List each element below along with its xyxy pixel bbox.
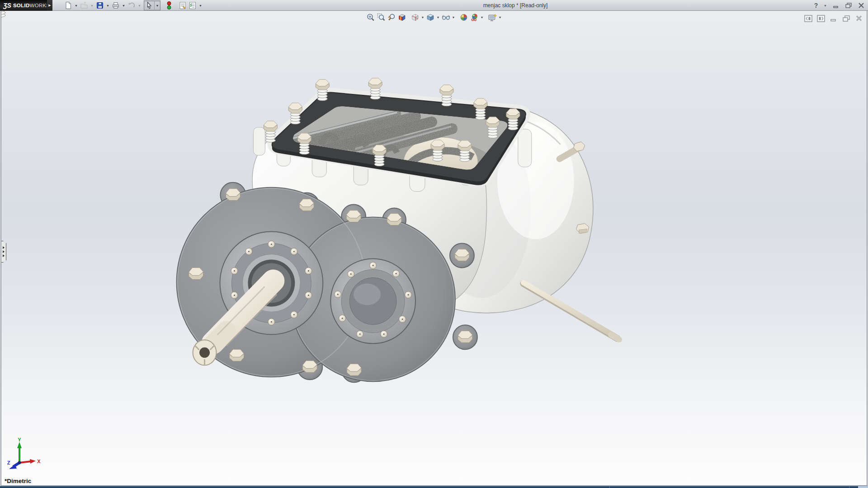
status-bar xyxy=(0,486,868,488)
3ds-logo-glyph: ƷS xyxy=(3,2,11,9)
display-style-button[interactable] xyxy=(425,12,436,23)
doc-close-button[interactable] xyxy=(854,14,863,22)
display-style-icon xyxy=(426,13,435,22)
print-button[interactable] xyxy=(111,0,121,10)
document-title: menjac sklop * [Read-only] xyxy=(470,0,561,11)
pane-left-button[interactable] xyxy=(804,14,812,22)
solidworks-logo: ƷSSOLIDWORKS xyxy=(0,0,47,11)
new-document-dropdown[interactable]: ▼ xyxy=(73,0,79,10)
reference-triad: Y X Z xyxy=(3,437,41,473)
expand-arrow-icon xyxy=(3,254,5,257)
save-button[interactable] xyxy=(95,0,105,10)
zoom-to-fit-button[interactable] xyxy=(366,12,376,23)
new-document-button[interactable] xyxy=(63,0,73,10)
select-cursor-dropdown[interactable]: ▼ xyxy=(154,0,160,10)
undo-icon xyxy=(127,1,136,9)
hide-show-items-icon xyxy=(441,13,450,22)
headsup-view-toolbar: ▼ ▼ ▼ xyxy=(366,12,503,23)
traffic-light-button[interactable] xyxy=(164,0,174,10)
zoom-to-fit-icon xyxy=(367,13,375,22)
close-button[interactable] xyxy=(856,1,866,9)
select-cursor-icon xyxy=(145,1,153,9)
doc-restore-button[interactable] xyxy=(842,14,850,22)
minimize-icon xyxy=(833,2,839,9)
checklist-dropdown[interactable]: ▼ xyxy=(198,0,203,10)
section-view-icon xyxy=(398,13,406,22)
section-view-button[interactable] xyxy=(397,12,407,23)
print-icon xyxy=(112,1,120,9)
edit-appearance-icon xyxy=(460,13,468,22)
checklist-icon xyxy=(189,1,197,9)
main-toolbar: ▼ ▼ ▼ ▼ xyxy=(63,0,203,11)
open-document-icon xyxy=(80,1,88,9)
checklist-button[interactable] xyxy=(188,0,198,10)
view-settings-dropdown[interactable]: ▼ xyxy=(498,12,503,23)
status-separator xyxy=(849,486,849,488)
help-button[interactable]: ? xyxy=(811,1,821,9)
viewport-3d[interactable]: ▼ ▼ ▼ xyxy=(1,11,867,486)
menu-expander-button[interactable]: ▶ xyxy=(47,0,52,11)
restore-button[interactable] xyxy=(844,1,854,9)
open-document-dropdown: ▼ xyxy=(89,0,95,10)
doc-minimize-button[interactable] xyxy=(829,14,838,22)
view-orientation-icon xyxy=(411,13,420,22)
expand-arrow-icon xyxy=(3,250,5,253)
zoom-to-area-icon xyxy=(377,13,386,22)
apply-scene-button[interactable] xyxy=(469,12,480,23)
help-dropdown[interactable]: ▼ xyxy=(824,4,828,7)
save-icon xyxy=(96,1,104,9)
undo-dropdown: ▼ xyxy=(137,0,142,10)
hide-show-items-dropdown[interactable]: ▼ xyxy=(451,12,456,23)
apply-scene-dropdown[interactable]: ▼ xyxy=(480,12,485,23)
expand-arrow-icon xyxy=(3,246,5,249)
view-orientation-label: *Dimetric xyxy=(5,478,31,484)
zoom-to-area-button[interactable] xyxy=(376,12,387,23)
logo-solid: SOLID xyxy=(13,3,30,8)
triad-x-label: X xyxy=(37,459,41,464)
status-separator xyxy=(609,486,610,488)
traffic-light-icon xyxy=(166,1,172,10)
pane-right-icon xyxy=(817,15,825,22)
hide-show-items-button[interactable] xyxy=(441,12,451,23)
undo-button xyxy=(127,0,137,10)
open-document-button xyxy=(79,0,89,10)
resize-grip[interactable] xyxy=(858,486,868,488)
select-tool-group: ▼ xyxy=(144,0,160,10)
window-controls: ? ▼ xyxy=(811,0,866,11)
title-bar: ƷSSOLIDWORKS ▶ ▼ ▼ ▼ xyxy=(0,0,868,11)
edit-appearance-button[interactable] xyxy=(459,12,469,23)
previous-view-icon xyxy=(387,13,396,22)
minimize-button[interactable] xyxy=(831,1,841,9)
pane-left-icon xyxy=(804,15,812,22)
display-style-dropdown[interactable]: ▼ xyxy=(436,12,441,23)
output-boss[interactable] xyxy=(330,258,415,343)
triad-y-label: Y xyxy=(18,437,21,442)
view-settings-icon xyxy=(488,13,497,22)
note-icon xyxy=(179,1,187,9)
gearbox-model[interactable] xyxy=(1,11,867,485)
apply-scene-icon xyxy=(470,13,479,22)
pane-right-button[interactable] xyxy=(816,14,825,22)
selector-rod[interactable] xyxy=(524,282,619,339)
close-icon xyxy=(858,2,864,9)
new-document-icon xyxy=(64,1,72,9)
restore-icon xyxy=(845,2,852,9)
doc-close-icon xyxy=(855,15,863,22)
view-orientation-button[interactable] xyxy=(410,12,420,23)
previous-view-button[interactable] xyxy=(387,12,397,23)
note-button[interactable] xyxy=(178,0,188,10)
print-dropdown[interactable]: ▼ xyxy=(121,0,127,10)
save-dropdown[interactable]: ▼ xyxy=(105,0,111,10)
view-orientation-dropdown[interactable]: ▼ xyxy=(420,12,425,23)
feature-manager-collapsed-tab[interactable] xyxy=(1,241,6,263)
document-window-controls xyxy=(804,14,863,22)
select-cursor-button[interactable] xyxy=(144,0,154,10)
doc-minimize-icon xyxy=(830,15,837,22)
doc-restore-icon xyxy=(842,15,850,22)
view-settings-button[interactable] xyxy=(487,12,498,23)
triad-z-label: Z xyxy=(7,460,10,465)
